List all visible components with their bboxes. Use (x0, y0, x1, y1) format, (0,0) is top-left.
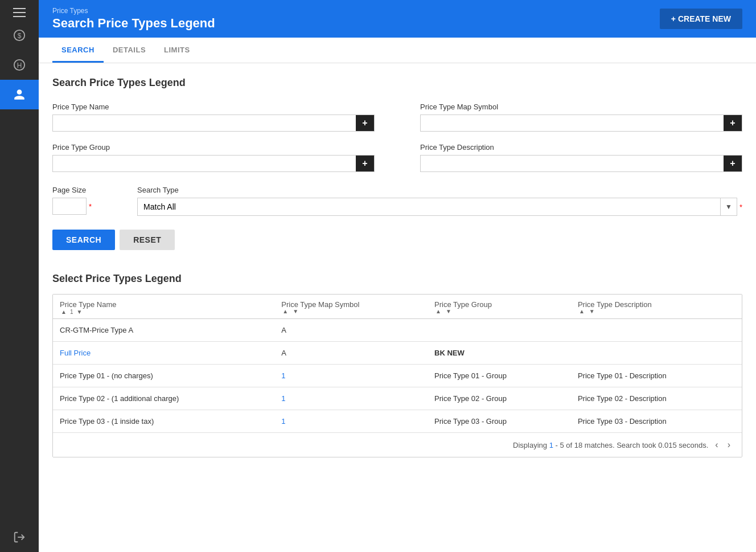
table-header-row: Price Type Name ▲ 1 ▼ Price Type Map Sym… (53, 295, 742, 319)
price-type-name-field: Price Type Name + (52, 103, 375, 132)
footer-text-suffix: matches. Search took 0.015 seconds. (582, 441, 708, 449)
row1-group (428, 319, 571, 342)
sidebar-item-hotel[interactable]: H (0, 50, 39, 80)
search-section-title: Search Price Types Legend (52, 77, 742, 89)
footer-range-start: 1 (549, 441, 553, 449)
col-name-sort-row: ▲ 1 ▼ (60, 309, 268, 315)
main-wrapper: Price Types Search Price Types Legend + … (39, 0, 756, 552)
price-type-group-field: Price Type Group + (52, 143, 375, 172)
col-header-group: Price Type Group ▲ ▼ (428, 295, 571, 319)
price-type-description-input-wrapper: + (420, 155, 742, 172)
row3-name: Price Type 01 - (no charges) (53, 365, 274, 387)
price-type-map-symbol-field: Price Type Map Symbol + (420, 103, 742, 132)
row2-map-symbol: A (274, 342, 428, 365)
search-button[interactable]: SEARCH (52, 230, 115, 250)
col-header-group-label: Price Type Group (434, 300, 564, 309)
price-type-description-input[interactable] (421, 156, 724, 171)
search-type-select[interactable]: Match All Match Any (138, 198, 720, 215)
row5-name: Price Type 03 - (1 inside tax) (53, 410, 274, 433)
page-size-input[interactable]: 5 (52, 198, 87, 215)
row2-name-link[interactable]: Full Price (60, 349, 91, 357)
price-type-map-symbol-plus-btn[interactable]: + (724, 115, 742, 131)
col-desc-sort-row: ▲ ▼ (578, 309, 735, 314)
row4-map-link[interactable]: 1 (281, 394, 285, 403)
footer-text: Displaying 1 - 5 of 18 matches. Search t… (513, 441, 708, 449)
search-type-dropdown-arrow: ▼ (720, 198, 737, 215)
footer-next-button[interactable]: › (725, 439, 733, 451)
tab-search[interactable]: SEARCH (52, 38, 104, 63)
header-title-block: Price Types Search Price Types Legend (52, 7, 215, 31)
page-title: Search Price Types Legend (52, 16, 215, 31)
row3-description: Price Type 01 - Description (571, 365, 742, 387)
table-row: Price Type 01 - (no charges) 1 Price Typ… (53, 365, 742, 387)
row1-description (571, 319, 742, 342)
row3-map-link[interactable]: 1 (281, 371, 285, 380)
sidebar-item-dollar[interactable]: $ (0, 21, 39, 50)
row5-map-symbol: 1 (274, 410, 428, 433)
col-header-description-label: Price Type Description (578, 300, 735, 309)
search-form-grid: Price Type Name + Price Type Map Symbol … (52, 103, 742, 172)
price-type-description-field: Price Type Description + (420, 143, 742, 172)
search-type-select-wrapper: Match All Match Any ▼ (137, 198, 737, 216)
price-type-description-plus-btn[interactable]: + (724, 156, 742, 171)
price-type-map-symbol-input-wrapper: + (420, 115, 742, 132)
price-type-group-input[interactable] (53, 156, 356, 171)
col-desc-sort-up[interactable]: ▲ (578, 309, 586, 314)
footer-range-end: 5 (560, 441, 564, 449)
row5-description: Price Type 03 - Description (571, 410, 742, 433)
search-type-field: Search Type Match All Match Any ▼ * (137, 186, 742, 216)
results-table: Price Type Name ▲ 1 ▼ Price Type Map Sym… (53, 295, 742, 432)
search-type-required-star: * (739, 203, 742, 211)
col-map-sort-down[interactable]: ▼ (291, 309, 299, 314)
col-name-sort-up[interactable]: ▲ (60, 309, 68, 315)
row2-name: Full Price (53, 342, 274, 365)
page-content: Search Price Types Legend Price Type Nam… (39, 63, 756, 552)
price-type-group-plus-btn[interactable]: + (356, 156, 374, 171)
action-buttons: SEARCH RESET (52, 230, 742, 250)
price-type-map-symbol-input[interactable] (421, 115, 724, 131)
col-desc-sort-down[interactable]: ▼ (588, 309, 596, 314)
col-name-sort-down[interactable]: ▼ (75, 309, 83, 315)
page-header: Price Types Search Price Types Legend + … (39, 0, 756, 38)
sidebar-item-person[interactable] (0, 80, 39, 109)
search-type-label: Search Type (137, 186, 742, 194)
page-size-label: Page Size (52, 186, 92, 194)
price-type-name-input[interactable] (53, 115, 356, 131)
row4-description: Price Type 02 - Description (571, 387, 742, 410)
footer-prev-button[interactable]: ‹ (713, 439, 720, 451)
svg-text:$: $ (18, 32, 22, 40)
create-new-button[interactable]: + CREATE NEW (660, 9, 742, 29)
col-map-sort-up[interactable]: ▲ (281, 309, 289, 314)
col-name-sort-badge: 1 (70, 309, 73, 315)
row1-map-symbol: A (274, 319, 428, 342)
row1-name: CR-GTM-Price Type A (53, 319, 274, 342)
results-table-container: Price Type Name ▲ 1 ▼ Price Type Map Sym… (52, 294, 742, 457)
page-size-field: Page Size 5 * (52, 186, 92, 215)
col-group-sort-down[interactable]: ▼ (445, 309, 453, 314)
price-type-map-symbol-label: Price Type Map Symbol (420, 103, 742, 111)
table-row: CR-GTM-Price Type A A (53, 319, 742, 342)
col-map-sort-row: ▲ ▼ (281, 309, 421, 314)
reset-button[interactable]: RESET (120, 230, 175, 250)
row2-group: BK NEW (428, 342, 571, 365)
row5-group: Price Type 03 - Group (428, 410, 571, 433)
col-group-sort-up[interactable]: ▲ (434, 309, 442, 314)
tab-details[interactable]: DETAILS (104, 38, 155, 63)
price-type-name-plus-btn[interactable]: + (356, 115, 374, 131)
col-header-description: Price Type Description ▲ ▼ (571, 295, 742, 319)
sidebar-item-exit[interactable] (0, 522, 39, 552)
table-row: Full Price A BK NEW (53, 342, 742, 365)
row4-map-symbol: 1 (274, 387, 428, 410)
col-header-map-symbol: Price Type Map Symbol ▲ ▼ (274, 295, 428, 319)
col-header-map-symbol-label: Price Type Map Symbol (281, 300, 421, 309)
hamburger-menu[interactable] (10, 5, 29, 21)
sidebar: $ H (0, 0, 39, 552)
tabs-bar: SEARCH DETAILS LIMITS (39, 38, 756, 63)
table-row: Price Type 03 - (1 inside tax) 1 Price T… (53, 410, 742, 433)
table-footer: Displaying 1 - 5 of 18 matches. Search t… (53, 432, 742, 457)
row4-group: Price Type 02 - Group (428, 387, 571, 410)
price-type-name-label: Price Type Name (52, 103, 375, 111)
tab-limits[interactable]: LIMITS (155, 38, 199, 63)
row5-map-link[interactable]: 1 (281, 417, 285, 426)
svg-text:H: H (17, 62, 22, 69)
